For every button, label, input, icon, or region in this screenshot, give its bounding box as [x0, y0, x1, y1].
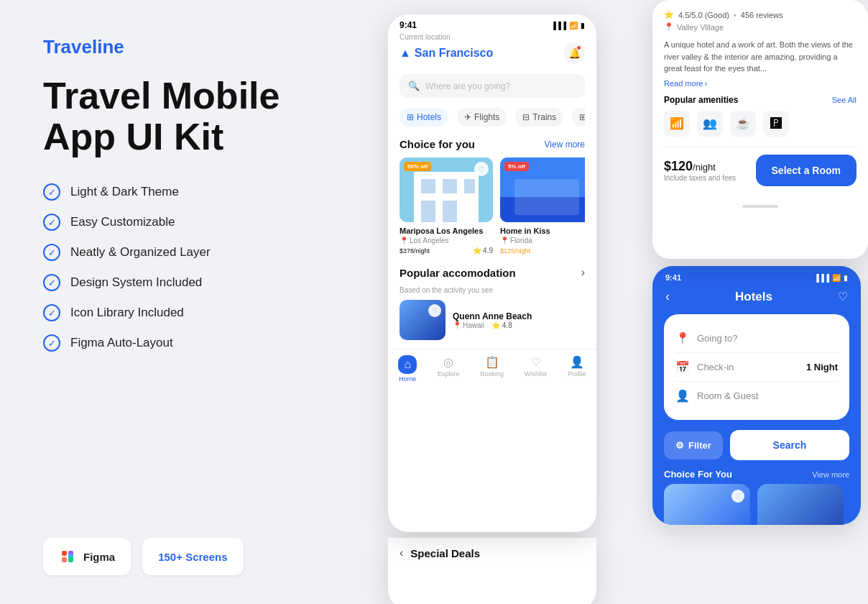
tab-more[interactable]: ⊞⊞	[572, 108, 585, 127]
fav-button-popular[interactable]: ♡	[428, 304, 441, 317]
hotel-card-2[interactable]: 5% off Home in Kiss 📍 Florida $125/night	[500, 157, 585, 255]
hotel-price-1: $378/night	[400, 246, 430, 255]
trains-icon: ⊟	[522, 112, 530, 122]
nights-value: 1 Night	[806, 362, 838, 372]
nav-home-label: Home	[399, 375, 416, 383]
amenities-header: Popular amenities See All	[664, 95, 857, 105]
hotel-price-row-2: $125/night	[500, 246, 585, 255]
back-button-deals[interactable]: ‹	[400, 546, 403, 559]
search-icon: 🔍	[408, 81, 420, 91]
detail-content: ⭐ 4.5/5.0 (Good) • 456 reviews 📍 Valley …	[652, 0, 868, 198]
choice-section-header: Choice for you View more	[400, 138, 585, 150]
hotel-price-row-1: $378/night ⭐ 4.9	[400, 246, 493, 255]
nav-profile-label: Profile	[568, 370, 586, 378]
nav-wishlist[interactable]: ♡ Wishlist	[525, 355, 547, 383]
checkin-row[interactable]: 📅 Check-in 1 Night	[675, 353, 838, 382]
nav-explore[interactable]: ◎ Explore	[438, 355, 460, 383]
location-icon-form: 📍	[675, 331, 690, 345]
chevron-right-icon: ›	[581, 266, 585, 279]
status-bar-main: 9:41 ▐▐▐ 📶 ▮	[388, 14, 596, 33]
detail-rating: ⭐ 4.5/5.0 (Good) • 456 reviews	[664, 10, 857, 19]
search-form: 📍 Going to? 📅 Check-in 1 Night 👤 Room & …	[664, 314, 849, 420]
filter-label: Filter	[688, 440, 711, 451]
view-more-link[interactable]: View more	[545, 139, 585, 150]
select-room-button[interactable]: Select a Room	[756, 155, 857, 186]
more-icon: ⊞⊞	[579, 112, 585, 122]
hotel-card-img-1: 50% off ♡	[400, 157, 493, 222]
status-time-main: 9:41	[400, 20, 417, 30]
location-pin-icon-2: 📍	[500, 237, 509, 244]
hotel-location-1: 📍 Los Angeles	[400, 237, 493, 244]
city-name: San Francisco	[415, 47, 493, 60]
back-button-search[interactable]: ‹	[665, 289, 670, 304]
read-more-link[interactable]: Read more ›	[664, 79, 857, 88]
mockups-section: 9:41 ▐▐▐ 📶 ▮ Current location ▲ San Fran…	[331, 0, 868, 604]
tab-flights[interactable]: ✈ Flights	[457, 108, 507, 127]
hotel-location-2: 📍 Florida	[500, 237, 585, 244]
going-to-label: Going to?	[697, 333, 838, 344]
feature-item-3: ✓ Neatly & Organized Layer	[43, 244, 295, 261]
feature-item-2: ✓ Easy Customizable	[43, 214, 295, 231]
search-status-time: 9:41	[665, 273, 681, 282]
fav-button-1[interactable]: ♡	[474, 162, 489, 176]
notification-button[interactable]: 🔔	[563, 42, 585, 64]
person-icon: 👤	[675, 389, 690, 403]
room-guest-row[interactable]: 👤 Room & Guest	[675, 382, 838, 410]
bottom-nav: ⌂ Home ◎ Explore 📋 Booking ♡ Wishlist 👤 …	[388, 349, 596, 391]
location-pin-icon-1: 📍	[400, 237, 408, 244]
price-note: Include taxes and fees	[664, 174, 736, 182]
nav-arrow-icon: ▲	[400, 47, 411, 60]
rating-value: 4.5/5.0 (Good)	[678, 11, 729, 19]
tab-trains[interactable]: ⊟ Trains	[515, 108, 563, 127]
svg-rect-7	[421, 179, 435, 193]
feature-label-6: Figma Auto-Layout	[70, 336, 173, 350]
phone-search: 9:41 ▐▐▐ 📶 ▮ ‹ Hotels ♡ 📍 Going to? 📅 Ch…	[652, 266, 861, 525]
tab-hotels[interactable]: ⊞ Hotels	[400, 108, 448, 127]
hotel-card-1[interactable]: 50% off ♡ Mariposa Los Angeles 📍 Los Ang…	[400, 157, 493, 255]
svg-rect-10	[443, 201, 457, 222]
check-icon-3: ✓	[43, 244, 60, 261]
popular-info: Quenn Anne Beach 📍 Hawaii ⭐ 4.8	[453, 311, 585, 329]
location-icon: 📍	[664, 22, 674, 32]
home-icon: ⌂	[404, 358, 411, 371]
discount-badge-1: 50% off	[404, 162, 431, 171]
detail-location: 📍 Valley Village	[664, 22, 857, 32]
popular-header: Popular accomodation ›	[400, 266, 585, 279]
nav-profile[interactable]: 👤 Profile	[568, 355, 586, 383]
feature-item-1: ✓ Light & Dark Theme	[43, 183, 295, 201]
features-list: ✓ Light & Dark Theme ✓ Easy Customizable…	[43, 183, 295, 352]
check-icon-6: ✓	[43, 334, 60, 352]
explore-icon: ◎	[443, 355, 453, 369]
see-all-link[interactable]: See All	[832, 96, 857, 104]
going-to-row[interactable]: 📍 Going to?	[675, 324, 838, 353]
figma-badge: Figma	[43, 538, 131, 575]
svg-rect-9	[421, 201, 435, 222]
check-icon-2: ✓	[43, 214, 60, 231]
search-button[interactable]: Search	[730, 430, 849, 460]
check-icon-1: ✓	[43, 183, 60, 201]
phone-main-content: Current location ▲ San Francisco 🔔 🔍 Whe…	[388, 33, 596, 340]
fav-choice-1[interactable]: ♡	[731, 490, 744, 503]
svg-rect-0	[62, 551, 67, 556]
battery-icon-search: ▮	[844, 274, 848, 282]
fav-icon-search[interactable]: ♡	[838, 290, 848, 303]
hotel-name-1: Mariposa Los Angeles	[400, 226, 493, 235]
tab-flights-label: Flights	[474, 112, 499, 122]
choice-for-you-header: Choice For You View more	[652, 460, 861, 484]
choice-for-you-label: Choice For You	[664, 469, 732, 480]
screens-badge: 150+ Screens	[142, 538, 243, 575]
battery-icon: ▮	[581, 22, 585, 29]
hotel-card-img-2: 5% off	[500, 157, 585, 222]
popular-card[interactable]: ♡ Quenn Anne Beach 📍 Hawaii ⭐ 4.8	[400, 300, 585, 340]
nav-booking[interactable]: 📋 Booking	[481, 355, 504, 383]
choice-view-more[interactable]: View more	[812, 470, 849, 479]
nav-home[interactable]: ⌂ Home	[398, 355, 417, 383]
feature-label-3: Neatly & Organized Layer	[70, 245, 211, 260]
star-icon: ⭐	[664, 10, 674, 19]
detail-description: A unique hotel and a work of art. Both t…	[664, 39, 857, 75]
search-bar[interactable]: 🔍 Where are you going?	[400, 74, 585, 98]
price-action-row: $120/night Include taxes and fees Select…	[664, 155, 857, 186]
feature-item-5: ✓ Icon Library Included	[43, 304, 295, 321]
search-header: ‹ Hotels ♡	[652, 286, 861, 314]
filter-button[interactable]: ⚙ Filter	[664, 431, 723, 459]
